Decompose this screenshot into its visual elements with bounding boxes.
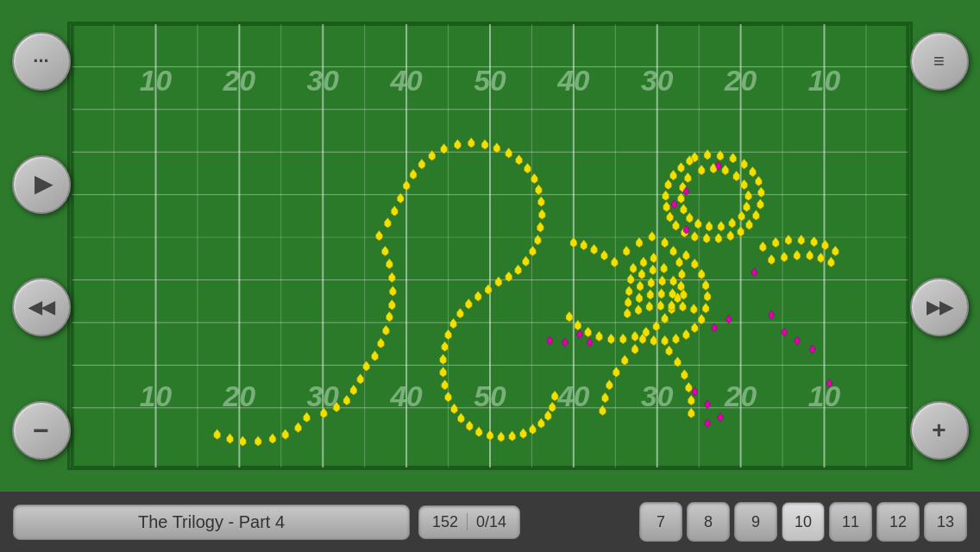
rewind-button[interactable]: ◀◀ [12, 278, 71, 336]
svg-text:10: 10 [140, 65, 173, 97]
list-button[interactable]: ≡ [910, 32, 969, 91]
svg-text:30: 30 [307, 65, 340, 97]
svg-text:40: 40 [556, 380, 590, 412]
svg-text:30: 30 [641, 65, 674, 97]
left-controls: ··· ▶ ◀◀ − [9, 0, 73, 492]
tab-9[interactable]: 9 [734, 502, 777, 542]
play-button[interactable]: ▶ [12, 155, 71, 214]
title-display: The Trilogy - Part 4 [13, 505, 410, 540]
tab-13[interactable]: 13 [924, 502, 967, 542]
svg-text:50: 50 [474, 65, 506, 97]
tab-10-label: 10 [795, 513, 812, 531]
count-display: 152 0/14 [418, 505, 520, 539]
svg-text:10: 10 [140, 380, 173, 412]
list-icon: ≡ [933, 50, 945, 72]
plus-icon: + [932, 417, 945, 444]
tab-13-label: 13 [937, 513, 954, 531]
svg-text:20: 20 [223, 380, 256, 412]
svg-text:20: 20 [223, 65, 256, 97]
svg-text:40: 40 [389, 65, 423, 97]
tab-9-label: 9 [751, 513, 760, 531]
rewind-icon: ◀◀ [28, 297, 54, 317]
tab-12[interactable]: 12 [876, 502, 920, 542]
svg-text:10: 10 [808, 380, 841, 412]
svg-text:40: 40 [556, 65, 590, 97]
play-icon: ▶ [35, 171, 52, 198]
field-area: ··· ▶ ◀◀ − [0, 0, 980, 492]
svg-text:20: 20 [724, 380, 757, 412]
svg-text:30: 30 [641, 380, 674, 412]
count-value: 152 [432, 513, 458, 531]
svg-text:50: 50 [474, 380, 506, 412]
tab-11[interactable]: 11 [829, 502, 872, 542]
tab-11-label: 11 [842, 513, 859, 531]
menu-button[interactable]: ··· [12, 32, 71, 91]
tab-7[interactable]: 7 [639, 502, 682, 542]
bottom-bar: The Trilogy - Part 4 152 0/14 7 8 9 10 1… [0, 492, 980, 552]
page-tabs: 7 8 9 10 11 12 13 [639, 502, 967, 542]
count-divider [467, 513, 468, 530]
progress-value: 0/14 [476, 513, 506, 531]
football-field: 10 20 30 40 50 40 30 20 10 10 20 30 40 5… [67, 22, 913, 470]
svg-text:10: 10 [808, 65, 841, 97]
tab-12-label: 12 [889, 513, 907, 531]
tab-10[interactable]: 10 [782, 502, 825, 542]
minus-icon: − [33, 417, 49, 444]
tab-7-label: 7 [656, 513, 665, 531]
fast-forward-button[interactable]: ▶▶ [910, 278, 969, 336]
field-svg: 10 20 30 40 50 40 30 20 10 10 20 30 40 5… [70, 24, 910, 467]
tab-8[interactable]: 8 [687, 502, 730, 542]
zoom-in-button[interactable]: + [910, 401, 969, 460]
fast-forward-icon: ▶▶ [927, 297, 952, 317]
main-container: ··· ▶ ◀◀ − [0, 0, 980, 552]
menu-icon: ··· [33, 50, 48, 72]
tab-8-label: 8 [704, 513, 713, 531]
svg-text:20: 20 [724, 65, 757, 97]
right-controls: ≡ ▶▶ + [907, 0, 971, 492]
svg-text:40: 40 [389, 380, 423, 412]
title-text: The Trilogy - Part 4 [138, 512, 285, 532]
zoom-out-button[interactable]: − [12, 401, 71, 460]
